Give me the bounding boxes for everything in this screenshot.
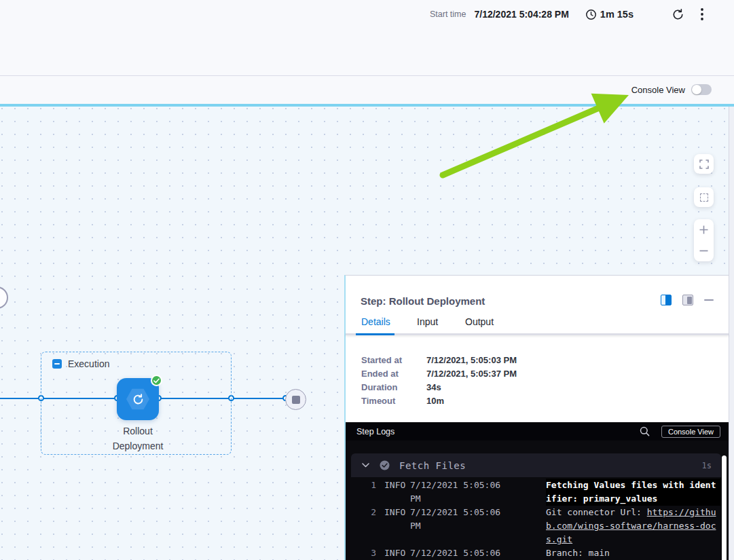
log-lines: 1 INFO 7/12/2021 5:05:06 PM Fetching Val… bbox=[351, 479, 726, 560]
right-gutter bbox=[729, 107, 734, 560]
fullscreen-button[interactable] bbox=[694, 154, 714, 174]
log-search-icon[interactable] bbox=[638, 425, 652, 438]
console-view-toggle-label: Console View bbox=[631, 85, 685, 95]
elapsed-time: 1m 15s bbox=[600, 9, 634, 20]
log-section-fetch-files[interactable]: Fetch Files 1s bbox=[351, 453, 721, 477]
zoom-out-button[interactable] bbox=[694, 240, 714, 261]
step-logs-bar: Step Logs Console View bbox=[346, 422, 729, 441]
marquee-selection-icon bbox=[700, 193, 708, 202]
step-details-list: Started at 7/12/2021, 5:05:03 PM Ended a… bbox=[361, 353, 517, 407]
zoom-in-button[interactable] bbox=[694, 219, 714, 240]
console-view-toggle[interactable] bbox=[691, 84, 712, 95]
stop-icon bbox=[292, 396, 300, 404]
split-view-right-icon[interactable] bbox=[661, 295, 672, 305]
log-section-name: Fetch Files bbox=[399, 460, 466, 471]
split-view-bottom-icon[interactable] bbox=[682, 295, 693, 305]
pipeline-end-node[interactable] bbox=[285, 389, 306, 410]
node-label: Rollout Deployment bbox=[96, 424, 179, 453]
canvas-toolbar: Console View bbox=[0, 77, 734, 104]
rollout-hexagon bbox=[126, 388, 149, 411]
detail-row-ended-at: Ended at 7/12/2021, 5:05:37 PM bbox=[361, 367, 517, 380]
tab-underline-bar bbox=[346, 333, 729, 335]
tab-input[interactable]: Input bbox=[417, 316, 438, 327]
top-header: Start time 7/12/2021 5:04:28 PM 1m 15s bbox=[0, 0, 734, 76]
minimize-panel-icon[interactable] bbox=[704, 299, 714, 301]
fit-to-screen-button[interactable] bbox=[694, 187, 714, 207]
tab-output[interactable]: Output bbox=[465, 316, 494, 327]
start-time-value: 7/12/2021 5:04:28 PM bbox=[474, 9, 568, 20]
log-line-2: 2 INFO 7/12/2021 5:05:06 PM Git connecto… bbox=[351, 506, 726, 546]
detail-row-started-at: Started at 7/12/2021, 5:05:03 PM bbox=[361, 353, 517, 367]
more-options-kebab-icon[interactable] bbox=[693, 5, 711, 23]
log-line-3: 3 INFO 7/12/2021 5:05:06 PM Branch: main bbox=[351, 546, 726, 560]
start-time-label: Start time bbox=[430, 10, 466, 19]
collapse-group-icon[interactable] bbox=[52, 359, 62, 369]
log-console[interactable]: Fetch Files 1s 1 INFO 7/12/2021 5:05:06 … bbox=[346, 441, 729, 560]
log-line-1: 1 INFO 7/12/2021 5:05:06 PM Fetching Val… bbox=[351, 479, 726, 506]
minus-icon bbox=[699, 250, 708, 252]
fullscreen-icon bbox=[699, 160, 709, 169]
success-check-icon bbox=[151, 375, 162, 386]
step-logs-title: Step Logs bbox=[356, 427, 638, 436]
partial-node-offscreen[interactable] bbox=[0, 286, 8, 309]
panel-tabs: Details Input Output bbox=[346, 316, 729, 335]
active-tab-indicator bbox=[356, 333, 394, 335]
refresh-button[interactable] bbox=[669, 5, 686, 23]
log-scrollbar[interactable] bbox=[722, 455, 727, 560]
tab-details[interactable]: Details bbox=[361, 316, 390, 327]
log-section-duration: 1s bbox=[702, 461, 712, 470]
plus-icon bbox=[699, 225, 708, 234]
detail-row-timeout: Timeout 10m bbox=[361, 394, 517, 407]
execution-group-label: Execution bbox=[68, 358, 109, 369]
rollback-refresh-icon bbox=[132, 393, 145, 406]
section-success-check-icon bbox=[380, 460, 390, 470]
panel-title: Step: Rollout Deployment bbox=[361, 295, 485, 307]
step-details-panel: Step: Rollout Deployment Details Input O… bbox=[344, 275, 729, 560]
detail-row-duration: Duration 34s bbox=[361, 380, 517, 394]
toggle-knob bbox=[692, 85, 701, 94]
zoom-control-group bbox=[694, 219, 714, 261]
rollout-deployment-node[interactable] bbox=[117, 378, 159, 420]
chevron-down-icon[interactable] bbox=[362, 463, 369, 468]
console-view-button[interactable]: Console View bbox=[661, 426, 720, 438]
clock-icon bbox=[585, 9, 597, 20]
